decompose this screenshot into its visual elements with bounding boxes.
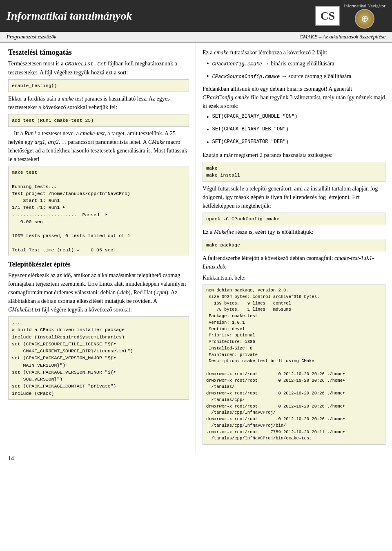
subheader-left: Programozási eszközök — [7, 34, 56, 40]
bullet-list-1: CPackConfig.cmake → bináris csomag előál… — [203, 59, 385, 81]
subheader-right: CMAKE – Az alkalmazások összeépítése — [299, 34, 385, 40]
right-para1: Ez a cmake futtatásakor létrehozza a köv… — [203, 48, 385, 57]
list-item-content: SET(CPACK_BINARY_DEB "ON") — [212, 125, 289, 133]
logo-area: CS Informatikai Navigátor ⊕ — [315, 3, 385, 29]
right-para6: A fájlrendszerbe létrejött a következő d… — [203, 254, 385, 271]
nav-label: Informatikai Navigátor — [344, 3, 385, 8]
right-para4: Végül futtassuk le a telepítő generátort… — [203, 184, 385, 210]
list-item-content: CPackConfig.cmake → bináris csomag előál… — [212, 59, 334, 68]
code-block-7: make package — [203, 239, 385, 251]
right-para2: Példánkban állítsunk elő egy debian biná… — [203, 85, 385, 110]
nav-logo: Informatikai Navigátor ⊕ — [344, 3, 385, 29]
list-item: CPackSourceConfig.cmake → source csomag … — [207, 72, 385, 81]
left-para3: Itt a Run1 a teszteset neve, a cmake-tes… — [8, 129, 189, 164]
list-item: CPackConfig.cmake → bináris csomag előál… — [207, 59, 385, 69]
left-para4: Egyszer elérkezik az az idő, amikor az a… — [8, 271, 189, 314]
code-block-5: make make install — [203, 162, 385, 182]
list-item: SET(CPACK_BINARY_BUNDLE "ON") — [207, 113, 385, 122]
code-block-2: add_test (Run1 cmake-test 25) — [8, 114, 189, 127]
list-item-content: SET(CPACK_BINARY_BUNDLE "ON") — [212, 113, 298, 120]
right-column: Ez a cmake futtatásakor létrehozza a köv… — [196, 43, 392, 453]
cs-logo: CS — [315, 6, 340, 26]
right-para3: Ezután a már megismert 2 parancs használ… — [203, 151, 385, 159]
main-content: Tesztelési támogatás Természetesen most … — [0, 43, 392, 453]
left-column: Tesztelési támogatás Természetesen most … — [0, 43, 196, 453]
subheader: Programozási eszközök CMAKE – Az alkalma… — [0, 32, 392, 43]
list-item: SET(CPACK_GENERATOR "DEB") — [207, 138, 385, 148]
code-block-8: new debian package, version 2.0. size 39… — [203, 284, 385, 445]
list-item-content: SET(CPACK_GENERATOR "DEB") — [212, 138, 289, 146]
code-block-3: make test Running tests... Test project … — [8, 166, 189, 256]
bullet-list-2: SET(CPACK_BINARY_BUNDLE "ON") SET(CPACK_… — [203, 113, 385, 148]
list-item-content: CPackSourceConfig.cmake → source csomag … — [212, 72, 352, 81]
right-para6b: Kukkantsunk bele: — [203, 273, 385, 282]
compass-icon: ⊕ — [355, 9, 374, 29]
left-para2: Ekkor a fordítás után a make test paranc… — [8, 94, 189, 112]
page-title: Informatikai tanulmányok — [7, 9, 315, 22]
right-para5: Ez a Makefile része is, ezért így is elő… — [203, 228, 385, 236]
list-item: SET(CPACK_BINARY_DEB "ON") — [207, 125, 385, 135]
code-block-4: ... # build a CPack driven installer pac… — [8, 316, 189, 400]
page-number: 14 — [0, 453, 392, 464]
code-block-6: cpack -C CPackConfig.cmake — [203, 213, 385, 225]
code-block-1: enable_testing() — [8, 79, 189, 92]
section2-title: Telepítőkészlet építés — [8, 260, 189, 269]
left-para1: Természetesen most is a CMakeList.txt fá… — [8, 59, 189, 77]
section1-title: Tesztelési támogatás — [8, 48, 189, 57]
header: Informatikai tanulmányok CS Informatikai… — [0, 0, 392, 32]
